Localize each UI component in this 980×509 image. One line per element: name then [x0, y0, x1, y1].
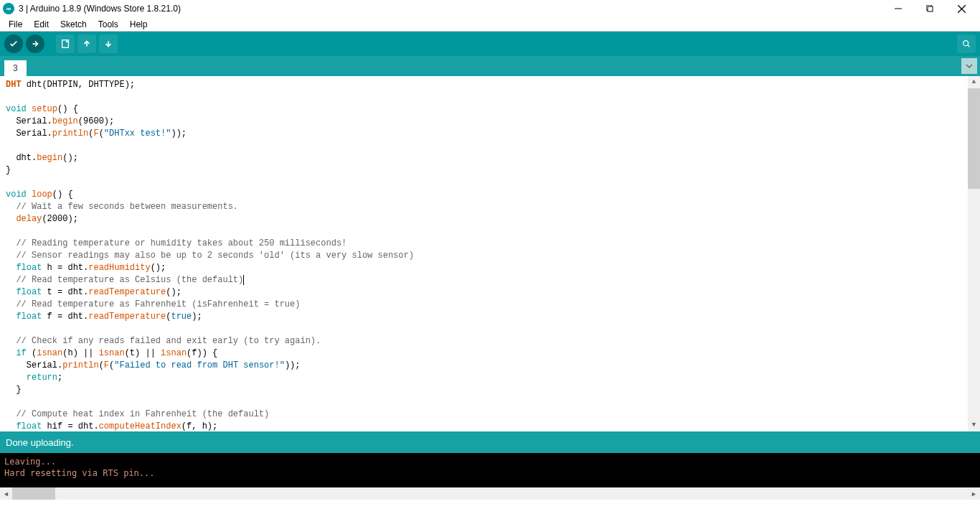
minimize-button[interactable] — [882, 0, 914, 17]
console-line: Hard resetting via RTS pin... — [4, 468, 155, 478]
hscrollbar-thumb[interactable] — [12, 487, 55, 500]
status-message: Done uploading. — [6, 437, 74, 448]
save-button[interactable] — [99, 34, 118, 53]
open-button[interactable] — [77, 34, 96, 53]
menu-sketch[interactable]: Sketch — [55, 18, 93, 31]
tab-menu-button[interactable] — [961, 58, 977, 74]
horizontal-scrollbar[interactable]: ◄ ► — [0, 487, 980, 500]
scroll-left-icon[interactable]: ◄ — [0, 487, 12, 500]
serial-monitor-button[interactable] — [957, 34, 976, 53]
menu-file[interactable]: File — [3, 18, 28, 31]
text-cursor — [243, 275, 244, 285]
scroll-right-icon[interactable]: ► — [968, 487, 980, 500]
toolbar — [0, 32, 980, 56]
code-editor[interactable]: DHT dht(DHTPIN, DHTTYPE); void setup() {… — [0, 76, 980, 431]
menu-tools[interactable]: Tools — [93, 18, 124, 31]
menu-edit[interactable]: Edit — [28, 18, 55, 31]
close-button[interactable] — [946, 0, 977, 17]
new-button[interactable] — [56, 34, 75, 53]
tab-bar: 3 — [0, 56, 980, 76]
scrollbar-thumb[interactable] — [968, 88, 980, 189]
upload-button[interactable] — [26, 34, 44, 53]
output-console[interactable]: Leaving... Hard resetting via RTS pin... — [0, 453, 980, 487]
svg-point-3 — [963, 41, 969, 46]
svg-rect-2 — [62, 40, 69, 48]
editor-vertical-scrollbar[interactable]: ▲ ▼ — [968, 76, 980, 431]
maximize-button[interactable] — [914, 0, 946, 17]
verify-button[interactable] — [4, 34, 23, 53]
menu-help[interactable]: Help — [124, 18, 154, 31]
window-title: 3 | Arduino 1.8.9 (Windows Store 1.8.21.… — [19, 4, 882, 14]
scroll-down-icon[interactable]: ▼ — [968, 419, 980, 431]
code-content: DHT dht(DHTPIN, DHTTYPE); void setup() {… — [6, 79, 966, 431]
arduino-logo-icon: ∞ — [3, 3, 14, 14]
menubar: File Edit Sketch Tools Help — [0, 17, 980, 32]
status-bar: Done uploading. — [0, 431, 980, 453]
titlebar: ∞ 3 | Arduino 1.8.9 (Windows Store 1.8.2… — [0, 0, 980, 17]
console-line: Leaving... — [4, 457, 56, 467]
tab-sketch[interactable]: 3 — [4, 60, 27, 76]
svg-rect-1 — [928, 6, 933, 11]
scroll-up-icon[interactable]: ▲ — [968, 76, 980, 88]
